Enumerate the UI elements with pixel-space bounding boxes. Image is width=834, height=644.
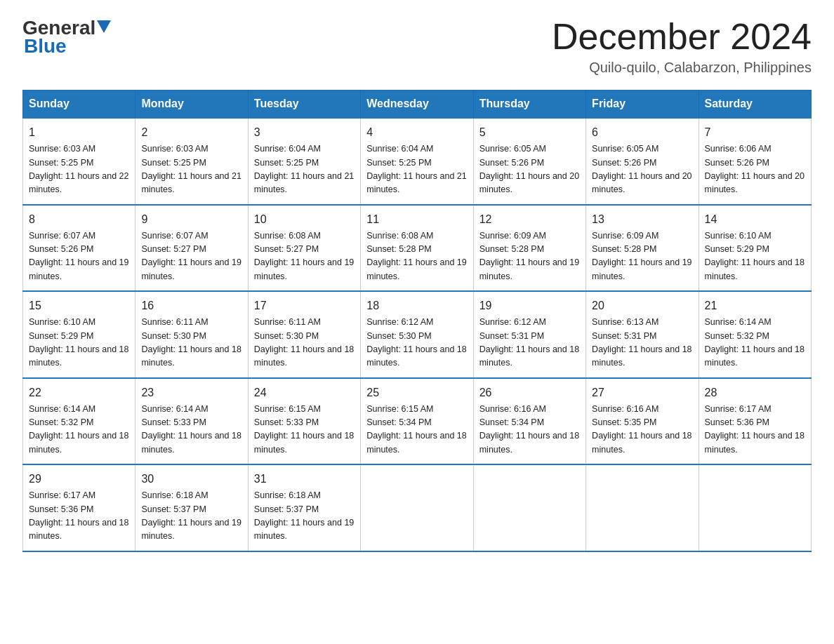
logo-blue-text: Blue <box>24 35 67 58</box>
calendar-cell: 24Sunrise: 6:15 AMSunset: 5:33 PMDayligh… <box>248 378 360 465</box>
day-number: 13 <box>592 211 692 228</box>
calendar-cell: 16Sunrise: 6:11 AMSunset: 5:30 PMDayligh… <box>135 291 248 378</box>
calendar-cell: 5Sunrise: 6:05 AMSunset: 5:26 PMDaylight… <box>473 118 585 205</box>
col-header-thursday: Thursday <box>473 90 585 119</box>
day-number: 27 <box>592 384 692 401</box>
day-number: 24 <box>254 384 355 401</box>
calendar-cell: 8Sunrise: 6:07 AMSunset: 5:26 PMDaylight… <box>23 205 135 292</box>
day-info: Sunrise: 6:10 AMSunset: 5:29 PMDaylight:… <box>29 316 129 370</box>
day-info: Sunrise: 6:15 AMSunset: 5:34 PMDaylight:… <box>366 403 467 457</box>
day-number: 5 <box>479 124 580 141</box>
calendar-cell: 15Sunrise: 6:10 AMSunset: 5:29 PMDayligh… <box>23 291 135 378</box>
day-info: Sunrise: 6:10 AMSunset: 5:29 PMDaylight:… <box>705 229 805 284</box>
month-year-title: December 2024 <box>552 17 812 57</box>
calendar-cell: 13Sunrise: 6:09 AMSunset: 5:28 PMDayligh… <box>586 205 699 292</box>
day-number: 19 <box>479 297 580 314</box>
calendar-cell: 20Sunrise: 6:13 AMSunset: 5:31 PMDayligh… <box>586 291 699 378</box>
day-number: 2 <box>141 124 241 141</box>
calendar-cell: 4Sunrise: 6:04 AMSunset: 5:25 PMDaylight… <box>361 118 473 205</box>
title-area: December 2024 Quilo-quilo, Calabarzon, P… <box>552 17 812 76</box>
day-number: 9 <box>141 211 241 228</box>
day-number: 11 <box>366 211 467 228</box>
day-number: 31 <box>254 471 355 488</box>
calendar-cell: 19Sunrise: 6:12 AMSunset: 5:31 PMDayligh… <box>473 291 585 378</box>
day-info: Sunrise: 6:13 AMSunset: 5:31 PMDaylight:… <box>592 316 692 370</box>
calendar-cell: 14Sunrise: 6:10 AMSunset: 5:29 PMDayligh… <box>699 205 811 292</box>
day-info: Sunrise: 6:04 AMSunset: 5:25 PMDaylight:… <box>254 142 355 197</box>
day-number: 14 <box>705 211 805 228</box>
calendar-cell: 7Sunrise: 6:06 AMSunset: 5:26 PMDaylight… <box>699 118 811 205</box>
day-number: 4 <box>366 124 467 141</box>
calendar-cell: 18Sunrise: 6:12 AMSunset: 5:30 PMDayligh… <box>361 291 473 378</box>
day-number: 22 <box>29 384 129 401</box>
day-number: 7 <box>705 124 805 141</box>
calendar-cell: 6Sunrise: 6:05 AMSunset: 5:26 PMDaylight… <box>586 118 699 205</box>
day-info: Sunrise: 6:14 AMSunset: 5:32 PMDaylight:… <box>705 316 805 370</box>
calendar-cell <box>586 464 699 551</box>
day-info: Sunrise: 6:17 AMSunset: 5:36 PMDaylight:… <box>29 489 129 544</box>
calendar-cell: 29Sunrise: 6:17 AMSunset: 5:36 PMDayligh… <box>23 464 135 551</box>
day-number: 15 <box>29 297 129 314</box>
day-info: Sunrise: 6:18 AMSunset: 5:37 PMDaylight:… <box>254 489 355 544</box>
day-info: Sunrise: 6:03 AMSunset: 5:25 PMDaylight:… <box>141 142 241 197</box>
calendar-week-row: 22Sunrise: 6:14 AMSunset: 5:32 PMDayligh… <box>23 378 812 465</box>
day-number: 30 <box>141 471 241 488</box>
calendar-cell: 1Sunrise: 6:03 AMSunset: 5:25 PMDaylight… <box>23 118 135 205</box>
calendar-cell <box>699 464 811 551</box>
header: General Blue December 2024 Quilo-quilo, … <box>22 17 812 76</box>
day-number: 3 <box>254 124 355 141</box>
calendar-cell: 30Sunrise: 6:18 AMSunset: 5:37 PMDayligh… <box>135 464 248 551</box>
calendar-week-row: 29Sunrise: 6:17 AMSunset: 5:36 PMDayligh… <box>23 464 812 551</box>
calendar-cell <box>361 464 473 551</box>
day-number: 29 <box>29 471 129 488</box>
calendar-week-row: 15Sunrise: 6:10 AMSunset: 5:29 PMDayligh… <box>23 291 812 378</box>
day-number: 21 <box>705 297 805 314</box>
calendar-cell: 10Sunrise: 6:08 AMSunset: 5:27 PMDayligh… <box>248 205 360 292</box>
calendar-cell: 27Sunrise: 6:16 AMSunset: 5:35 PMDayligh… <box>586 378 699 465</box>
calendar-cell: 23Sunrise: 6:14 AMSunset: 5:33 PMDayligh… <box>135 378 248 465</box>
day-number: 10 <box>254 211 355 228</box>
day-number: 28 <box>705 384 805 401</box>
day-info: Sunrise: 6:12 AMSunset: 5:31 PMDaylight:… <box>479 316 580 370</box>
calendar-cell: 3Sunrise: 6:04 AMSunset: 5:25 PMDaylight… <box>248 118 360 205</box>
day-info: Sunrise: 6:06 AMSunset: 5:26 PMDaylight:… <box>705 142 805 197</box>
calendar-cell: 28Sunrise: 6:17 AMSunset: 5:36 PMDayligh… <box>699 378 811 465</box>
day-info: Sunrise: 6:14 AMSunset: 5:32 PMDaylight:… <box>29 403 129 457</box>
calendar-header-row: SundayMondayTuesdayWednesdayThursdayFrid… <box>23 90 812 119</box>
day-info: Sunrise: 6:18 AMSunset: 5:37 PMDaylight:… <box>141 489 241 544</box>
day-number: 20 <box>592 297 692 314</box>
day-info: Sunrise: 6:08 AMSunset: 5:28 PMDaylight:… <box>366 229 467 284</box>
day-number: 17 <box>254 297 355 314</box>
day-info: Sunrise: 6:11 AMSunset: 5:30 PMDaylight:… <box>254 316 355 370</box>
calendar-cell: 26Sunrise: 6:16 AMSunset: 5:34 PMDayligh… <box>473 378 585 465</box>
day-info: Sunrise: 6:09 AMSunset: 5:28 PMDaylight:… <box>479 229 580 284</box>
day-info: Sunrise: 6:16 AMSunset: 5:34 PMDaylight:… <box>479 403 580 457</box>
day-number: 12 <box>479 211 580 228</box>
day-number: 18 <box>366 297 467 314</box>
col-header-sunday: Sunday <box>23 90 135 119</box>
day-number: 1 <box>29 124 129 141</box>
calendar-cell: 12Sunrise: 6:09 AMSunset: 5:28 PMDayligh… <box>473 205 585 292</box>
calendar-cell: 17Sunrise: 6:11 AMSunset: 5:30 PMDayligh… <box>248 291 360 378</box>
calendar-cell: 11Sunrise: 6:08 AMSunset: 5:28 PMDayligh… <box>361 205 473 292</box>
day-number: 23 <box>141 384 241 401</box>
calendar-cell: 25Sunrise: 6:15 AMSunset: 5:34 PMDayligh… <box>361 378 473 465</box>
col-header-saturday: Saturday <box>699 90 811 119</box>
day-info: Sunrise: 6:17 AMSunset: 5:36 PMDaylight:… <box>705 403 805 457</box>
day-info: Sunrise: 6:03 AMSunset: 5:25 PMDaylight:… <box>29 142 129 197</box>
calendar-cell: 9Sunrise: 6:07 AMSunset: 5:27 PMDaylight… <box>135 205 248 292</box>
col-header-tuesday: Tuesday <box>248 90 360 119</box>
day-number: 6 <box>592 124 692 141</box>
logo: General Blue <box>22 17 111 58</box>
day-info: Sunrise: 6:15 AMSunset: 5:33 PMDaylight:… <box>254 403 355 457</box>
location-subtitle: Quilo-quilo, Calabarzon, Philippines <box>552 60 812 76</box>
calendar-cell: 31Sunrise: 6:18 AMSunset: 5:37 PMDayligh… <box>248 464 360 551</box>
col-header-monday: Monday <box>135 90 248 119</box>
day-info: Sunrise: 6:04 AMSunset: 5:25 PMDaylight:… <box>366 142 467 197</box>
day-info: Sunrise: 6:12 AMSunset: 5:30 PMDaylight:… <box>366 316 467 370</box>
calendar-week-row: 1Sunrise: 6:03 AMSunset: 5:25 PMDaylight… <box>23 118 812 205</box>
calendar-cell <box>473 464 585 551</box>
day-info: Sunrise: 6:07 AMSunset: 5:27 PMDaylight:… <box>141 229 241 284</box>
day-info: Sunrise: 6:05 AMSunset: 5:26 PMDaylight:… <box>479 142 580 197</box>
day-number: 26 <box>479 384 580 401</box>
